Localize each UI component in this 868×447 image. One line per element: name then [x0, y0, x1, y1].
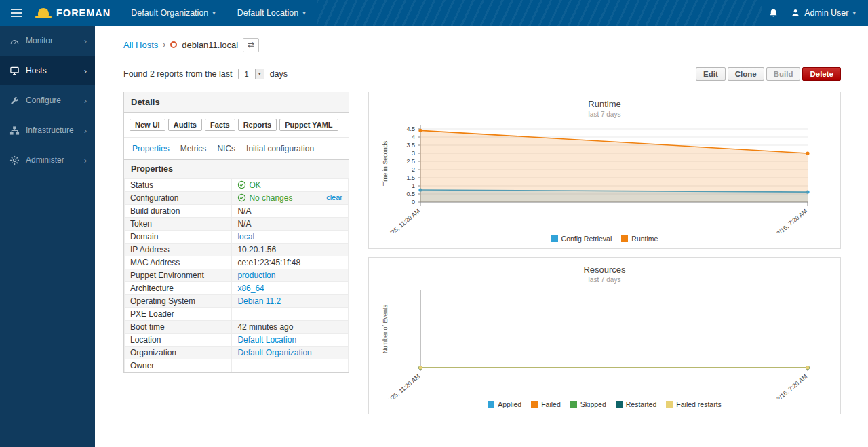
- legend-item-skipped[interactable]: Skipped: [570, 400, 606, 408]
- tab-metrics[interactable]: Metrics: [180, 144, 207, 153]
- sidebar-nav: Monitor›Hosts›Configure›Infrastructure›A…: [0, 26, 95, 447]
- sidebar-item-administer[interactable]: Administer›: [0, 145, 95, 175]
- svg-text:0: 0: [412, 199, 415, 206]
- property-value: ce:e1:23:45:1f:48: [232, 256, 349, 269]
- clone-button[interactable]: Clone: [728, 67, 764, 81]
- legend-label: Failed restarts: [676, 400, 722, 408]
- legend-label: Config Retrieval: [561, 235, 612, 243]
- sitemap-icon: [9, 125, 20, 136]
- status-text: No changes: [249, 193, 292, 203]
- switcher-icon: ⇄: [248, 40, 254, 50]
- details-button-reports[interactable]: Reports: [238, 119, 277, 131]
- sidebar-item-infrastructure[interactable]: Infrastructure›: [0, 115, 95, 145]
- property-value: x86_64: [232, 281, 349, 294]
- svg-text:4: 4: [412, 134, 415, 140]
- caret-down-icon: ▾: [852, 9, 856, 16]
- property-label: MAC Address: [125, 256, 232, 269]
- property-link-location[interactable]: Default Location: [237, 335, 296, 345]
- runtime-chart-card: Runtime last 7 days 00.511.522.533.544.5…: [368, 92, 841, 249]
- property-value: No changesclear: [232, 191, 349, 204]
- user-menu-label: Admin User: [804, 8, 848, 18]
- legend-item-runtime[interactable]: Runtime: [621, 235, 658, 243]
- ui-switcher-button[interactable]: ⇄: [243, 38, 259, 52]
- breadcrumb-current-host: debian11.local: [182, 40, 238, 50]
- tab-initial-configuration[interactable]: Initial configuration: [246, 144, 314, 153]
- details-card: Details New UIAuditsFactsReportsPuppet Y…: [123, 92, 349, 373]
- property-value: [232, 359, 349, 372]
- delete-button[interactable]: Delete: [802, 67, 841, 81]
- sidebar-item-hosts[interactable]: Hosts›: [0, 56, 95, 85]
- reports-toolbar: Found 2 reports from the last 1 ▾ days E…: [123, 67, 841, 81]
- details-button-row: New UIAuditsFactsReportsPuppet YAML: [124, 113, 349, 138]
- caret-down-icon: ▾: [302, 9, 306, 16]
- properties-section-title: Properties: [124, 159, 349, 178]
- property-value: 10.20.1.56: [232, 243, 349, 256]
- notifications-bell-button[interactable]: [762, 0, 785, 26]
- property-row-operating-system: Operating SystemDebian 11.2: [125, 294, 349, 307]
- resources-chart-card: Resources last 7 days 11/25, 11:20 AM12/…: [368, 257, 841, 414]
- sidebar-item-monitor[interactable]: Monitor›: [0, 26, 95, 56]
- edit-button[interactable]: Edit: [696, 67, 726, 81]
- details-button-new-ui[interactable]: New UI: [130, 119, 165, 131]
- bell-icon: [768, 8, 778, 18]
- property-row-status: StatusOK: [125, 178, 349, 191]
- sidebar-item-label: Administer: [26, 155, 64, 165]
- property-label: Operating System: [125, 294, 232, 307]
- sidebar-item-configure[interactable]: Configure›: [0, 85, 95, 115]
- svg-text:3: 3: [412, 150, 415, 157]
- runtime-chart-plot: 00.511.522.533.544.511/25, 11:20 AM12/16…: [377, 119, 832, 233]
- property-row-mac-address: MAC Addressce:e1:23:45:1f:48: [125, 256, 349, 269]
- property-link-operating-system[interactable]: Debian 11.2: [237, 296, 281, 306]
- legend-swatch: [621, 235, 628, 242]
- tab-nics[interactable]: NICs: [217, 144, 235, 153]
- property-value: production: [232, 269, 349, 281]
- details-card-title: Details: [124, 92, 349, 113]
- breadcrumb-separator: ›: [163, 40, 165, 50]
- property-link-organization[interactable]: Default Organization: [237, 348, 311, 357]
- details-button-facts[interactable]: Facts: [205, 119, 235, 131]
- location-selector[interactable]: Default Location ▾: [226, 0, 317, 26]
- wrench-icon: [9, 96, 20, 106]
- property-value: local: [232, 230, 349, 243]
- details-button-puppet-yaml[interactable]: Puppet YAML: [279, 119, 338, 131]
- svg-text:2: 2: [412, 166, 415, 173]
- legend-item-applied[interactable]: Applied: [488, 400, 521, 408]
- host-status-icon: [170, 41, 177, 48]
- properties-table: StatusOKConfigurationNo changesclearBuil…: [124, 178, 349, 372]
- organization-selector[interactable]: Default Organization ▾: [120, 0, 226, 26]
- legend-swatch: [616, 401, 623, 408]
- legend-item-config-retrieval[interactable]: Config Retrieval: [551, 235, 612, 243]
- svg-text:11/25, 11:20 AM: 11/25, 11:20 AM: [384, 373, 422, 399]
- breadcrumb-all-hosts-link[interactable]: All Hosts: [123, 40, 158, 50]
- runtime-chart-subtitle: last 7 days: [377, 111, 832, 118]
- property-label: Owner: [125, 359, 232, 372]
- legend-item-restarted[interactable]: Restarted: [616, 400, 657, 408]
- runtime-chart-title: Runtime: [377, 99, 832, 109]
- property-link-puppet-environment[interactable]: production: [237, 271, 275, 280]
- property-row-pxe-loader: PXE Loader: [125, 307, 349, 320]
- legend-item-failed-restarts[interactable]: Failed restarts: [666, 400, 722, 408]
- sidebar-item-label: Infrastructure: [26, 125, 74, 135]
- main-content: All Hosts › debian11.local ⇄ Found 2 rep…: [95, 26, 868, 447]
- breadcrumb: All Hosts › debian11.local ⇄: [123, 38, 841, 52]
- gear-icon: [9, 155, 20, 166]
- property-link-architecture[interactable]: x86_64: [237, 284, 264, 293]
- hamburger-menu-button[interactable]: [0, 0, 33, 26]
- chevron-right-icon: ›: [84, 125, 87, 136]
- svg-text:1.5: 1.5: [406, 174, 415, 181]
- legend-swatch: [551, 235, 558, 242]
- svg-text:Time in Seconds: Time in Seconds: [382, 140, 389, 186]
- property-row-token: TokenN/A: [125, 217, 349, 230]
- property-row-owner: Owner: [125, 359, 349, 372]
- tab-properties[interactable]: Properties: [132, 144, 170, 153]
- details-button-audits[interactable]: Audits: [168, 119, 202, 131]
- status-text: OK: [249, 180, 260, 190]
- property-link-domain[interactable]: local: [237, 232, 254, 241]
- user-icon: [791, 8, 800, 18]
- clear-link[interactable]: clear: [326, 193, 342, 201]
- legend-label: Applied: [498, 400, 521, 408]
- user-menu[interactable]: Admin User ▾: [788, 8, 859, 18]
- foreman-logo[interactable]: FOREMAN: [33, 0, 120, 26]
- report-days-select[interactable]: 1 ▾: [238, 69, 264, 79]
- legend-item-failed[interactable]: Failed: [531, 400, 561, 408]
